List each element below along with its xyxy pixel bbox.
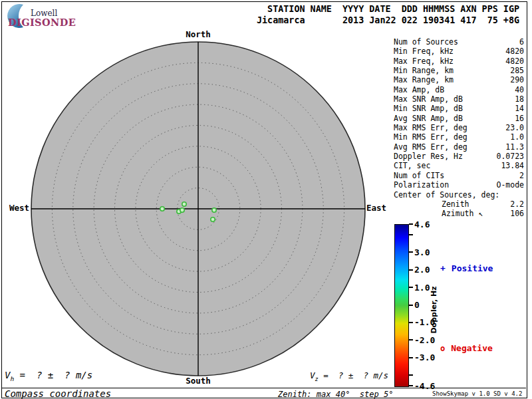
source-dot [212,208,216,212]
colorbar-tick-label: 1.0 [414,283,430,292]
compass-label-north: North [172,29,225,39]
colorbar-tick [409,357,413,358]
stat-value: 14 [515,104,524,113]
stat-value: 23.0 [505,123,524,132]
legend-positive: + Positive [440,263,493,273]
legend-negative-label: Negative [451,343,493,353]
stat-row: Doppler Res, Hz0.0723 [394,152,524,161]
stat-value: 6 [519,37,524,47]
stat-row: Avg SNR Amp, dB16 [394,114,524,123]
stat-row: Max Freq, kHz4820 [394,57,524,66]
stat-value: 2 [519,171,524,180]
colorbar-tick [409,339,413,340]
colorbar-tick-label: -4.6 [414,382,435,390]
colorbar-tick-label: 3.0 [414,248,430,257]
stats-panel: Num of Sources6Min Freq, kHz4820Max Freq… [394,37,524,219]
stat-row: Min SNR Amp, dB14 [394,104,524,113]
stat-label: Zenith [442,200,469,209]
stat-label: Center of Sources, deg: [394,190,499,200]
stat-row: PolarizationO-mode [394,180,524,190]
stat-label: Azimuth ↖ [442,209,483,218]
colorbar-tick-label: 0 [414,301,420,309]
stat-row: Max SNR Amp, dB18 [394,94,524,104]
stat-row: Min Range, km285 [394,66,524,75]
colorbar-tick [409,287,413,288]
legend-positive-label: Positive [452,263,493,273]
stat-row: Num of Sources6 [394,37,524,47]
colorbar-tick [409,374,413,376]
stat-row: Avg RMS Err, deg11.3 [394,142,524,152]
stat-label: CIT, sec [394,161,430,170]
legend-negative: o Negative [440,343,493,353]
stat-value: 13.84 [501,161,524,170]
stat-row: CIT, sec13.84 [394,161,524,170]
stat-value: 290 [510,75,524,84]
plus-icon: + [440,263,446,273]
stat-row: Min Freq, kHz4820 [394,47,524,56]
colorbar-tick-label: 2.0 [414,265,430,274]
stat-value: 2.2 [510,200,524,209]
stat-label: Min RMS Err, deg [394,132,467,142]
showskymap-window: Lowell DIGISONDE STATION NAME YYYY DATE … [0,0,532,399]
stat-label: Min Freq, kHz [394,47,454,56]
source-dot [180,208,184,212]
stat-value: O-mode [496,180,524,190]
stat-value: 106 [510,209,524,218]
stat-label: Polarization [394,180,449,190]
stat-value: 1.0 [510,132,524,142]
stat-label: Max Freq, kHz [394,57,454,66]
circle-icon: o [440,344,445,353]
vh-velocity-label: Vh = ? ± ? m/s [5,370,92,382]
stat-value: 4820 [505,47,524,56]
compass-label-south: South [172,376,225,386]
colorbar-title: Doppler, Hz [430,286,438,333]
colorbar-tick [409,269,413,271]
colorbar-tick [409,322,413,323]
colorbar-tick [409,223,413,225]
vz-velocity-label: Vz = ? ± ? m/s [310,370,388,382]
colorbar-tick [409,234,413,235]
stat-label: Num of CITs [394,171,444,180]
doppler-colorbar [394,224,409,387]
stat-value: 18 [515,94,524,104]
stat-row: Max Amp, dB40 [394,85,524,94]
stat-label: Max Amp, dB [394,85,444,94]
stat-value: 16 [515,114,524,123]
stat-label: Avg RMS Err, deg [394,142,467,152]
compass-label-east: East [366,203,386,213]
source-dot [160,207,164,211]
compass-label-west: West [1,203,29,213]
stat-value: 0.0723 [496,152,524,161]
colorbar-tick [409,305,413,306]
stat-value: 4820 [505,57,524,66]
stat-row: Num of CITs2 [394,171,524,180]
stat-value: 11.3 [505,142,524,152]
stat-label: Min Range, km [394,66,454,75]
version-label: ShowSkymap v 1.0 SD v 4.2 [432,390,522,397]
stat-value: 285 [510,66,524,75]
stat-label: Max RMS Err, deg [394,123,467,132]
stat-label: Doppler Res, Hz [394,152,463,161]
stat-row: Zenith2.2 [394,200,524,209]
stat-label: Avg SNR Amp, dB [394,114,463,123]
stat-label: Max Range, km [394,75,454,84]
stat-row: Azimuth ↖106 [394,209,524,218]
colorbar-tick-label: 4.6 [414,220,430,229]
source-dot [211,217,215,221]
stat-value: 40 [515,85,524,94]
colorbar-tick [409,251,413,253]
coordinate-system-label: Compass coordinates [5,388,111,399]
colorbar-tick-label: -2.0 [414,336,435,344]
colorbar-tick [409,385,413,386]
zenith-range-note: Zenith: max 40° step 5° [278,390,393,399]
stat-row: Max Range, km290 [394,75,524,84]
stat-row: Min RMS Err, deg1.0 [394,132,524,142]
stat-label: Min SNR Amp, dB [394,104,463,113]
stat-row: Center of Sources, deg: [394,190,524,200]
colorbar-tick-label: -3.0 [414,353,435,362]
stat-label: Num of Sources [394,37,458,47]
stat-row: Max RMS Err, deg23.0 [394,123,524,132]
stat-label: Max SNR Amp, dB [394,94,463,104]
source-dot [182,202,186,206]
